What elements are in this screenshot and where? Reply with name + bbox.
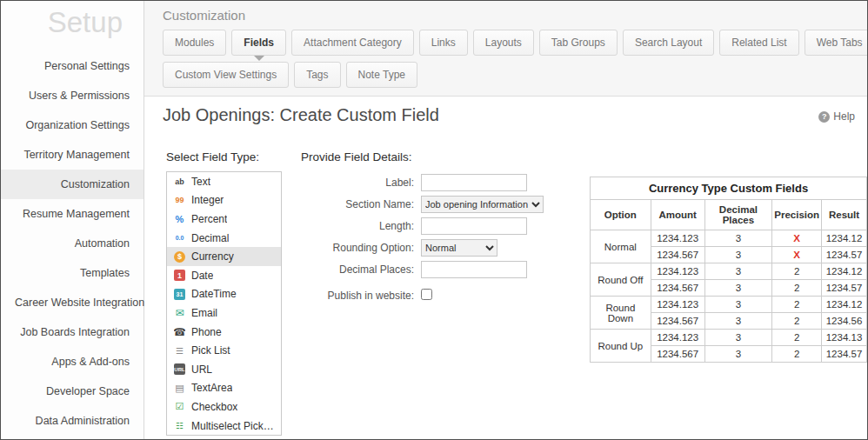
decimal-places-input[interactable]	[421, 261, 527, 278]
decimal-places-cell: 3	[704, 297, 772, 313]
field-type-currency[interactable]: $Currency	[167, 247, 281, 266]
textarea-field-icon: ▤	[174, 383, 185, 394]
sidebar-item-templates[interactable]: Templates	[1, 258, 144, 288]
page-header: Job Openings: Create Custom Field ? Help	[144, 97, 867, 125]
field-type-label: Date	[191, 270, 213, 282]
field-type-datetime[interactable]: 31DateTime	[167, 285, 281, 304]
amount-cell: 1234.123	[651, 263, 704, 280]
field-type-multiselect-pick-list[interactable]: ☷Multiselect Pick List	[167, 417, 281, 436]
field-type-decimal[interactable]: 0.0Decimal	[167, 229, 281, 248]
precision-cell: X	[772, 247, 822, 263]
field-type-label: URL	[191, 363, 212, 376]
sidebar-item-automation[interactable]: Automation	[1, 229, 144, 258]
rounding-option-label: Rounding Option:	[301, 242, 421, 254]
sidebar-item-developer-space[interactable]: Developer Space	[1, 377, 144, 406]
sidebar-item-apps-add-ons[interactable]: Apps & Add-ons	[1, 347, 144, 377]
table-row: Round Down1234.123321234.12	[591, 297, 867, 313]
field-type-date[interactable]: 1Date	[167, 266, 281, 285]
sidebar-item-organization-settings[interactable]: Organization Settings	[1, 110, 144, 140]
checkbox-field-icon: ☑	[174, 401, 185, 412]
publish-in-website-row: Publish in website:	[301, 288, 544, 303]
tab-tags[interactable]: Tags	[294, 62, 340, 88]
email-field-icon: ✉	[174, 307, 185, 318]
date-field-icon: 1	[174, 270, 185, 281]
rounding-option-select[interactable]: Normal	[421, 239, 497, 257]
decimal-places-cell: 3	[704, 313, 772, 330]
precision-cell: 2	[772, 330, 822, 346]
field-type-email[interactable]: ✉Email	[167, 303, 281, 323]
table-row: Normal1234.1233X1234.12	[591, 230, 867, 247]
sidebar-item-resume-management[interactable]: Resume Management	[1, 199, 144, 229]
tab-attachment-category[interactable]: Attachment Category	[291, 30, 414, 56]
option-cell: Round Down	[591, 297, 651, 330]
sidebar-item-job-boards-integration[interactable]: Job Boards Integration	[1, 317, 144, 347]
label-input[interactable]	[421, 174, 527, 191]
option-cell: Round Off	[591, 263, 651, 297]
sidebar-title: Setup	[1, 1, 144, 51]
sidebar-item-data-administration[interactable]: Data Administration	[1, 406, 144, 436]
tab-web-tabs[interactable]: Web Tabs	[805, 30, 868, 56]
field-type-percent[interactable]: %Percent	[167, 210, 281, 229]
publish-in-website-label: Publish in website:	[301, 290, 421, 302]
result-cell: 1234.12	[822, 230, 867, 247]
field-type-label: Phone	[191, 326, 222, 338]
field-type-label: Email	[191, 307, 217, 319]
tab-related-list[interactable]: Related List	[719, 30, 798, 56]
tab-tab-groups[interactable]: Tab Groups	[539, 30, 618, 56]
sidebar-item-users-permissions[interactable]: Users & Permissions	[1, 81, 144, 110]
table-row: Round Up1234.123321234.13	[591, 330, 867, 346]
tab-layouts[interactable]: Layouts	[473, 30, 534, 56]
sidebar-item-customization[interactable]: Customization	[1, 170, 144, 199]
currency-table: Currency Type Custom FieldsOptionAmountD…	[590, 177, 867, 363]
decimal-places-cell: 3	[704, 346, 772, 363]
rounding-option-row: Rounding Option:Normal	[301, 239, 544, 257]
section-name-select[interactable]: Job opening Information	[421, 196, 544, 213]
help-link[interactable]: ? Help	[818, 110, 855, 123]
section-name-label: Section Name:	[301, 198, 421, 210]
tab-search-layout[interactable]: Search Layout	[623, 30, 714, 56]
field-type-integer[interactable]: 99Integer	[167, 191, 281, 210]
field-type-label: Integer	[191, 194, 224, 206]
help-icon: ?	[818, 111, 830, 123]
setup-screen: Setup Personal SettingsUsers & Permissio…	[0, 0, 868, 440]
sidebar-item-territory-management[interactable]: Territory Management	[1, 140, 144, 170]
tab-custom-view-settings[interactable]: Custom View Settings	[163, 62, 289, 88]
decimal-places-cell: 3	[704, 230, 772, 247]
amount-cell: 1234.567	[651, 346, 704, 363]
result-cell: 1234.13	[822, 330, 867, 346]
label-row: Label:	[301, 174, 544, 191]
help-label: Help	[833, 110, 855, 123]
amount-cell: 1234.567	[651, 247, 704, 263]
field-type-pick-list[interactable]: ☰Pick List	[167, 341, 281, 360]
sidebar-item-career-website-integration[interactable]: Career Website Integration	[1, 288, 144, 317]
length-input[interactable]	[421, 217, 527, 235]
result-cell: 1234.56	[822, 313, 867, 330]
publish-in-website-checkbox[interactable]	[421, 289, 432, 300]
column-header-amount: Amount	[651, 200, 704, 230]
pick-list-field-icon: ☰	[174, 345, 185, 357]
field-type-phone[interactable]: ☎Phone	[167, 323, 281, 342]
page-title: Job Openings: Create Custom Field	[163, 105, 439, 125]
sidebar-item-personal-settings[interactable]: Personal Settings	[1, 51, 144, 81]
field-type-label: DateTime	[191, 288, 237, 300]
field-type-checkbox[interactable]: ☑Checkbox	[167, 397, 281, 417]
field-type-text[interactable]: abText	[167, 172, 281, 191]
field-type-textarea[interactable]: ▤TextArea	[167, 379, 281, 398]
decimal-places-cell: 3	[704, 263, 772, 280]
tab-note-type[interactable]: Note Type	[346, 62, 417, 88]
tab-modules[interactable]: Modules	[163, 30, 226, 56]
length-label: Length:	[301, 220, 421, 232]
tab-links[interactable]: Links	[419, 30, 468, 56]
tab-fields[interactable]: Fields	[231, 30, 286, 56]
integer-field-icon: 99	[174, 195, 185, 206]
precision-cell: 2	[772, 313, 822, 330]
field-type-heading: Select Field Type:	[166, 150, 282, 163]
currency-field-icon: $	[174, 251, 185, 263]
url-field-icon: URL	[174, 363, 185, 375]
field-type-label: Percent	[191, 213, 227, 225]
precision-cell: 2	[772, 280, 822, 297]
decimal-field-icon: 0.0	[174, 232, 185, 243]
amount-cell: 1234.567	[651, 313, 704, 330]
column-header-precision: Precision	[772, 200, 822, 230]
field-type-url[interactable]: URLURL	[167, 360, 281, 379]
